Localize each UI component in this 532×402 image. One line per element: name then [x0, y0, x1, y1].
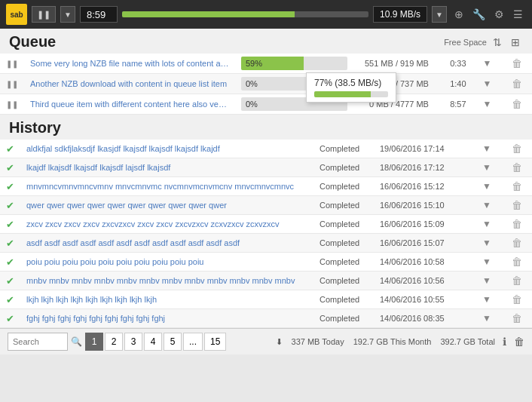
queue-row-dropdown[interactable]: ▼	[472, 74, 503, 94]
history-row: ✔ qwer qwer qwer qwer qwer qwer qwer qwe…	[0, 196, 532, 215]
queue-row-delete[interactable]: 🗑	[502, 94, 532, 115]
history-check-icon: ✔	[0, 253, 20, 272]
queue-row-dropdown[interactable]: ▼	[472, 94, 503, 115]
topbar: sab ❚❚ ▼ 8:59 10.9 MB/s ▼ ⊕ 🔧 ⚙ ☰	[0, 0, 532, 29]
search-input[interactable]	[8, 333, 68, 351]
menu-icon[interactable]: ☰	[510, 7, 526, 22]
queue-row-delete[interactable]: 🗑	[502, 74, 532, 94]
pagination: 12345...15	[85, 333, 226, 351]
download-icon: ⬇	[276, 337, 283, 347]
queue-row-dropdown[interactable]: ▼	[472, 54, 503, 74]
queue-progress-text: 0%	[241, 79, 258, 88]
history-status: Completed	[313, 309, 374, 328]
trash-icon[interactable]: 🗑	[514, 336, 524, 348]
logo-icon: sab	[6, 4, 27, 25]
info-icon[interactable]: ℹ	[503, 336, 506, 348]
history-date: 14/06/2016 10:56	[374, 272, 472, 290]
page-button-15[interactable]: 15	[204, 333, 226, 351]
search-icon[interactable]: 🔍	[71, 336, 82, 347]
history-filename[interactable]: asdf asdf asdf asdf asdf asdf asdf asdf …	[20, 234, 313, 253]
history-row-delete[interactable]: 🗑	[502, 272, 532, 290]
history-row-delete[interactable]: 🗑	[502, 253, 532, 272]
history-row-delete[interactable]: 🗑	[502, 290, 532, 309]
free-space-label: Free Space	[444, 38, 487, 47]
queue-filename[interactable]: Some very long NZB file name with lots o…	[24, 54, 235, 74]
queue-row: ❚❚ Another NZB download with content in …	[0, 74, 532, 94]
history-row-delete[interactable]: 🗑	[502, 177, 532, 196]
history-row-delete[interactable]: 🗑	[502, 215, 532, 234]
row-pause-icon[interactable]: ❚❚	[0, 74, 24, 94]
queue-progress-cell: 59%	[235, 54, 353, 74]
history-filename[interactable]: zxcv zxcv zxcv zxcv zxcvzxcv zxcv zxcv z…	[20, 215, 313, 234]
today-stat: 337 MB Today	[292, 337, 344, 346]
history-row-dropdown[interactable]: ▼	[472, 158, 502, 177]
row-pause-icon[interactable]: ❚❚	[0, 54, 24, 74]
history-row-dropdown[interactable]: ▼	[472, 215, 502, 234]
history-row-dropdown[interactable]: ▼	[472, 272, 502, 290]
page-button-3[interactable]: 3	[124, 333, 142, 351]
history-filename[interactable]: mnbv mnbv mnbv mnbv mnbv mnbv mnbv mnbv …	[20, 272, 313, 290]
footer-right: ⬇ 337 MB Today 192.7 GB This Month 392.7…	[276, 336, 524, 348]
global-progress-fill	[122, 11, 295, 17]
pause-dropdown-button[interactable]: ▼	[60, 6, 75, 23]
history-row: ✔ lkajdf lkajsdf lkajsdf lkajsdf lajsdf …	[0, 158, 532, 177]
main-content: 77% (38.5 MB/s) Queue Free Space ⇅ ⊞ ❚❚ …	[0, 29, 532, 328]
history-check-icon: ✔	[0, 215, 20, 234]
history-filename[interactable]: lkjh lkjh lkjh lkjh lkjh lkjh lkjh lkjh …	[20, 290, 313, 309]
history-check-icon: ✔	[0, 272, 20, 290]
history-filename[interactable]: qwer qwer qwer qwer qwer qwer qwer qwer …	[20, 196, 313, 215]
history-row-dropdown[interactable]: ▼	[472, 253, 502, 272]
history-row-dropdown[interactable]: ▼	[472, 309, 502, 328]
plus-icon[interactable]: ⊕	[451, 7, 466, 22]
page-button-...[interactable]: ...	[183, 333, 203, 351]
history-row-delete[interactable]: 🗑	[502, 234, 532, 253]
queue-row-delete[interactable]: 🗑	[502, 54, 532, 74]
history-row-delete[interactable]: 🗑	[502, 309, 532, 328]
history-filename[interactable]: lkajdf lkajsdf lkajsdf lkajsdf lajsdf lk…	[20, 158, 313, 177]
history-row-dropdown[interactable]: ▼	[472, 234, 502, 253]
history-row: ✔ asdf asdf asdf asdf asdf asdf asdf asd…	[0, 234, 532, 253]
history-check-icon: ✔	[0, 140, 20, 158]
history-filename[interactable]: fghj fghj fghj fghj fghj fghj fghj fghj …	[20, 309, 313, 328]
history-row: ✔ poiu poiu poiu poiu poiu poiu poiu poi…	[0, 253, 532, 272]
history-status: Completed	[313, 158, 374, 177]
page-button-2[interactable]: 2	[105, 333, 123, 351]
sort-icon[interactable]: ⇅	[490, 35, 505, 50]
history-row: ✔ mnvmncvmnvmncvmnv mnvcmnvmc nvcmnvmcnv…	[0, 177, 532, 196]
queue-filename[interactable]: Another NZB download with content in que…	[24, 74, 235, 94]
pause-button[interactable]: ❚❚	[32, 6, 56, 23]
gear-icon[interactable]: ⚙	[491, 7, 507, 22]
history-row-delete[interactable]: 🗑	[502, 140, 532, 158]
page-button-4[interactable]: 4	[144, 333, 162, 351]
row-pause-icon[interactable]: ❚❚	[0, 94, 24, 115]
timer-display: 8:59	[80, 6, 118, 23]
page-button-1[interactable]: 1	[85, 333, 103, 351]
total-stat: 392.7 GB Total	[440, 337, 495, 346]
history-row-dropdown[interactable]: ▼	[472, 177, 502, 196]
history-check-icon: ✔	[0, 177, 20, 196]
queue-eta: 1:40	[435, 74, 472, 94]
wrench-icon[interactable]: 🔧	[469, 7, 488, 22]
speed-dropdown-button[interactable]: ▼	[432, 6, 447, 23]
queue-row: ❚❚ Some very long NZB file name with lot…	[0, 54, 532, 74]
history-row-delete[interactable]: 🗑	[502, 196, 532, 215]
month-stat: 192.7 GB This Month	[353, 337, 432, 346]
popup-progress-bar	[314, 91, 388, 97]
history-row-dropdown[interactable]: ▼	[472, 196, 502, 215]
queue-filename[interactable]: Third queue item with different content …	[24, 94, 235, 115]
popup-progress-fill	[314, 91, 371, 97]
history-filename[interactable]: aldkfjal sdkfjlaksdjf lkasjdf lkajsdf lk…	[20, 140, 313, 158]
history-date: 16/06/2016 15:09	[374, 215, 472, 234]
history-row-delete[interactable]: 🗑	[502, 158, 532, 177]
history-date: 18/06/2016 17:12	[374, 158, 472, 177]
page-button-5[interactable]: 5	[164, 333, 182, 351]
queue-table: ❚❚ Some very long NZB file name with lot…	[0, 54, 532, 115]
history-filename[interactable]: poiu poiu poiu poiu poiu poiu poiu poiu …	[20, 253, 313, 272]
history-row-dropdown[interactable]: ▼	[472, 140, 502, 158]
history-table: ✔ aldkfjal sdkfjlaksdjf lkasjdf lkajsdf …	[0, 140, 532, 328]
history-check-icon: ✔	[0, 196, 20, 215]
history-row-dropdown[interactable]: ▼	[472, 290, 502, 309]
history-filename[interactable]: mnvmncvmnvmncvmnv mnvcmnvmc nvcmnvmcnvmc…	[20, 177, 313, 196]
history-row: ✔ mnbv mnbv mnbv mnbv mnbv mnbv mnbv mnb…	[0, 272, 532, 290]
grid-icon[interactable]: ⊞	[508, 35, 523, 50]
